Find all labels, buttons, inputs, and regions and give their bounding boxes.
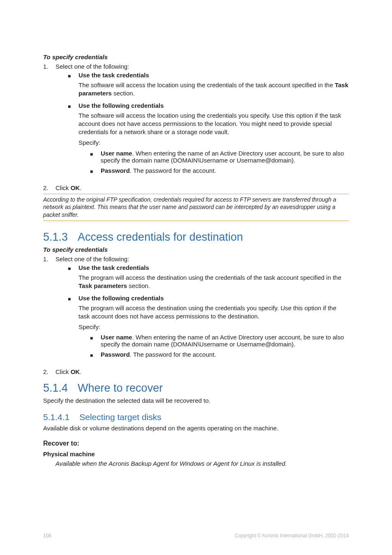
bullet-icon: ■ xyxy=(90,167,101,174)
specify-label: Specify: xyxy=(78,139,349,147)
sub-option: Password. The password for the account. xyxy=(101,167,349,174)
copyright: Copyright © Acronis International GmbH, … xyxy=(235,533,349,539)
bullet-icon: ■ xyxy=(90,150,101,164)
step-text: Select one of the following: xyxy=(55,63,129,70)
ordered-list-2: 1. Select one of the following: ■ Use th… xyxy=(43,255,349,375)
heading-specify-credentials-2: To specify credentials xyxy=(43,246,349,253)
bullet-icon: ■ xyxy=(68,102,78,178)
bullet-icon: ■ xyxy=(68,295,78,362)
physical-machine-heading: Physical machine xyxy=(43,451,349,457)
option-body: The software will access the location us… xyxy=(78,81,349,98)
section-intro: Specify the destination the selected dat… xyxy=(43,397,349,404)
bullet-icon: ■ xyxy=(90,351,101,358)
section-intro: Available disk or volume destinations de… xyxy=(43,425,349,432)
note-box: According to the original FTP specificat… xyxy=(43,194,349,221)
heading-specify-credentials-1: To specify credentials xyxy=(43,53,349,60)
bullet-icon: ■ xyxy=(68,264,78,290)
sub-bullet-list: ■ User name. When entering the name of a… xyxy=(90,150,349,174)
bullet-list: ■ Use the task credentials The software … xyxy=(68,72,349,178)
page-footer: 106 Copyright © Acronis International Gm… xyxy=(43,533,349,539)
sub-option: User name. When entering the name of an … xyxy=(101,334,349,348)
sub-option: User name. When entering the name of an … xyxy=(101,150,349,164)
list-marker: 1. xyxy=(43,255,55,366)
step-text: Click OK. xyxy=(55,184,349,191)
step-text: Select one of the following: xyxy=(55,255,129,262)
option-body: The program will access the destination … xyxy=(78,274,349,290)
list-marker: 2. xyxy=(43,184,55,191)
sub-bullet-list: ■ User name. When entering the name of a… xyxy=(90,334,349,358)
heading-5-1-4: 5.1.4Where to recover xyxy=(43,382,349,395)
list-marker: 1. xyxy=(43,63,55,182)
step-text: Click OK. xyxy=(55,368,349,375)
bullet-icon: ■ xyxy=(68,72,78,98)
option-title: Use the following credentials xyxy=(78,295,164,302)
ordered-list-1: 1. Select one of the following: ■ Use th… xyxy=(43,63,349,191)
bullet-list: ■ Use the task credentials The program w… xyxy=(68,264,349,362)
option-body: The program will access the destination … xyxy=(78,304,349,321)
availability-note: Available when the Acronis Backup Agent … xyxy=(55,460,349,467)
bullet-icon: ■ xyxy=(90,334,101,348)
option-body: The software will access the location us… xyxy=(78,111,349,137)
page-number: 106 xyxy=(43,533,51,539)
option-title: Use the following credentials xyxy=(78,102,164,109)
note-text: According to the original FTP specificat… xyxy=(43,196,349,219)
specify-label: Specify: xyxy=(78,323,349,331)
option-title: Use the task credentials xyxy=(78,72,149,79)
sub-option: Password. The password for the account. xyxy=(101,351,349,358)
option-title: Use the task credentials xyxy=(78,264,149,271)
heading-5-1-4-1: 5.1.4.1Selecting target disks xyxy=(43,412,349,422)
heading-5-1-3: 5.1.3Access credentials for destination xyxy=(43,231,349,244)
list-marker: 2. xyxy=(43,368,55,375)
recover-to-heading: Recover to: xyxy=(43,440,349,447)
